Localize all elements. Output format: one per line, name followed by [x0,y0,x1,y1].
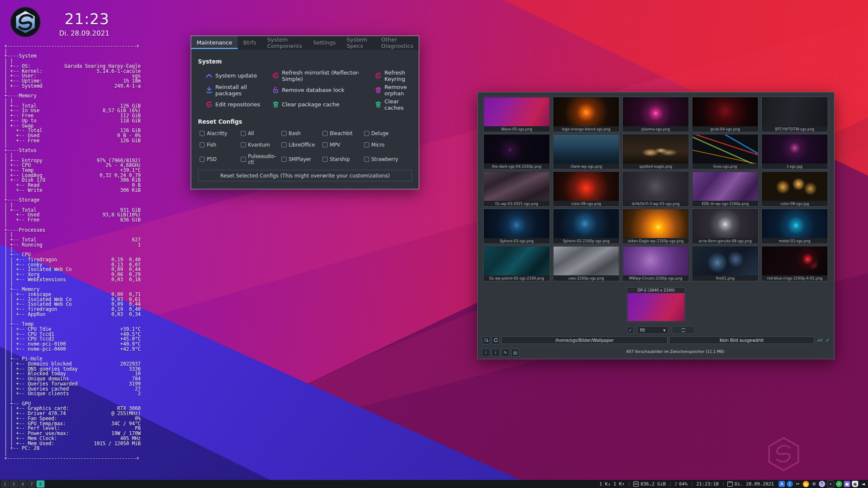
refresh-button[interactable] [492,336,500,344]
tab-system-components[interactable]: System Components [262,36,307,49]
config-checkbox-mpv[interactable]: MPV [323,142,364,148]
apply-all-check-icon[interactable]: ✓✓ [816,337,823,343]
config-checkbox-kvantum[interactable]: Kvantum [241,142,281,148]
config-checkbox-starship[interactable]: Starship [323,153,364,165]
config-checkbox-smplayer[interactable]: SMPlayer [281,153,323,165]
volume-speaker-icon[interactable]: ◄ [860,481,866,487]
info-alt-button[interactable]: i [492,349,500,357]
tab-other-diagnostics[interactable]: Other Diagnostics [376,36,419,49]
settings-gear-icon[interactable]: ⚙ [811,481,817,487]
date-indicator[interactable]: Di. 28.09.2021 [727,481,774,487]
wallpaper-thumbnail-gl-wp-petrol-02-sgs-2160-png[interactable]: GL-wp-petrol-02-sgs-2160.png [483,246,550,281]
wallpaper-thumbnail-color-09-sgs-png[interactable]: color-09-sgs.png [553,171,620,207]
wallpaper-thumbnail-wave-05-sgs-png[interactable]: Wave-05-sgs.png [483,97,550,132]
wallpaper-thumbnail-drakonyi-3-wp-03-sgs-png[interactable]: drAkOnYi-3-wp-03-sgs.png [622,171,689,207]
wallpaper-thumbnail-mwwp-circels-2160p-sgs-png[interactable]: MWwp-Circels-2160p-sgs.png [622,246,689,281]
config-checkbox-deluge[interactable]: Deluge [364,130,419,136]
apply-checkbox[interactable]: ✓ [627,327,634,333]
wallpaper-thumbnail-fire01-png[interactable]: fire01.png [692,246,759,281]
wallpaper-thumbnail-kde-dr-wp-sgs-2160p-png[interactable]: KDE-dr-wp-sgs-2160p.png [692,171,759,207]
file-button[interactable]: ▤ [511,349,519,357]
wallpaper-thumbnail-logo-orange-blend-sgs-png[interactable]: logo-orange-blend-sgs.png [553,97,620,132]
wallpaper-thumbnail-i3wm-wp-sgs-png[interactable]: i3wm-wp-sgs.png [553,134,620,169]
workspace-8[interactable]: 8 [36,480,45,488]
check-icon[interactable]: ✓ [836,481,842,487]
wallpaper-thumbnail-gl-wp-03-2021-sgs-png[interactable]: GL-wp-03-2021-sgs.png [483,171,550,207]
bluetooth-icon[interactable]: ᛒ [787,481,793,487]
network-indicator[interactable]: 1 K↓ 1 K↑ [599,481,625,487]
workspace-7[interactable]: 7 [28,480,36,488]
firedragon-flame-icon[interactable] [803,481,809,487]
wallpaper-thumbnail-uwe-2160p-sgs-png[interactable]: uwe-2160p-sgs.png [553,246,620,281]
remove-database-lock-button[interactable]: Remove database lock [272,85,375,95]
volume-indicator[interactable]: ♪ 64% [675,481,688,487]
checkbox-icon [200,142,205,147]
lock-icon[interactable]: • [827,480,834,488]
disk-indicator[interactable]: 836,2 GiB [633,481,666,487]
tab-settings[interactable]: Settings [308,36,341,49]
config-checkbox-bash[interactable]: Bash [281,130,323,136]
config-checkbox-fish[interactable]: Fish [200,142,241,148]
reinstall-all-packages-button[interactable]: Reinstall all packages [206,85,272,95]
screenshot-scissors-icon[interactable]: ✂ [795,481,801,487]
wallpaper-thumbnail-sphere-02-2160p-sgs-png[interactable]: Sphere-02-2160p-sgs.png [553,208,620,244]
clock-indicator[interactable]: 21:23:18 [696,481,719,487]
wallpaper-thumbnail-sphere-03-sgs-png[interactable]: Sphere-03-sgs.png [483,208,550,244]
sort-button[interactable] [482,336,490,344]
wallpaper-thumbnail-plasma-sgs-png[interactable]: plasma-sgs.png [622,97,689,132]
remove-orphan-button[interactable]: Remove orphan [375,85,419,95]
refresh-mirrorlist-reflector-simple-button[interactable]: Refresh mirrorlist (Reflector-Simple) [272,70,375,81]
updates-arrow-icon[interactable]: ↑ [819,481,825,487]
shield-icon[interactable]: ◉ [852,481,858,487]
selection-input[interactable]: Kein Bild ausgewählt [669,336,814,344]
tab-btrfs[interactable]: Btrfs [238,36,262,49]
action-label: Clear package cache [282,101,339,108]
clear-package-cache-button[interactable]: Clear package cache [272,99,375,110]
wallpaper-thumbnail-lines-sgs-png[interactable]: lines-sgs.png [692,134,759,169]
edit-button[interactable]: ✎ [501,349,509,357]
config-checkbox-psd[interactable]: PSD [200,153,241,165]
workspace-4[interactable]: 4 [19,480,27,488]
checkbox-icon [364,131,369,136]
workspace-2[interactable]: 2 [10,480,18,488]
config-checkbox-pulseaudio-ctl[interactable]: Pulseaudio-ctl [241,153,281,165]
fill-mode-select[interactable]: fill ▾ [637,326,668,334]
wallpaper-thumbnail-btcywtsitw-sgs-png[interactable]: BTCYWTSITW-sgs.png [761,97,828,132]
config-checkbox-bleachbit[interactable]: Bleachbit [323,130,364,136]
apply-check-icon[interactable]: ✓ [824,337,831,343]
refresh-keyring-button[interactable]: Refresh Keyring [375,70,419,81]
tab-system-specs[interactable]: System Specs [341,36,376,49]
config-checkbox-alacritty[interactable]: Alacritty [200,130,241,136]
reset-selected-configs-button[interactable]: Reset Selected Configs (This might overw… [198,170,412,181]
thumbnail-image [693,135,758,164]
wallpaper-thumbnail-color-08-sgs-jpg[interactable]: color-08-sgs.jpg [761,171,828,207]
edit-repositories-button[interactable]: Edit repositories [206,99,272,110]
path-input[interactable]: /home/sgs/Bilder/Wallpaper [501,336,668,344]
workspace-1[interactable]: 1 [1,480,9,488]
action-label: Remove database lock [282,87,345,93]
wallpaper-thumbnail-the-dark-sgs-04-2160p-png[interactable]: the-dark-sgs-04-2160p.png [483,134,550,169]
clear-caches-button[interactable]: Clear caches [375,99,419,110]
tab-maintenance[interactable]: Maintenance [191,36,238,49]
config-label: Strawberry [371,156,398,162]
wallpaper-thumbnail-spotted-eagle-png[interactable]: spotted-eagle.png [622,134,689,169]
thumbnail-image [623,97,688,126]
config-checkbox-micro[interactable]: Micro [364,142,419,148]
action-label: Reinstall all packages [215,84,272,97]
wallpaper-thumbnail-metal-02-sgs-png[interactable]: metal-02-sgs.png [761,208,828,244]
thumbnail-image [484,135,549,164]
wallpaper-thumbnail-ar-tx-8xrn-garuda-08-sgs-png[interactable]: ar-tx-8xrn-garuda-08-sgs.png [692,208,759,244]
info-button[interactable]: i [482,349,490,357]
config-checkbox-all[interactable]: All [241,130,281,136]
wallpaper-thumbnail-red-blue-rings-2160p-4-01-png[interactable]: red-blue-rings-2160p-4-01.png [761,246,828,281]
system-update-button[interactable]: System update [206,70,272,81]
wallpaper-thumbnail-grub-04-sgs-png[interactable]: grub-04-sgs.png [692,97,759,132]
sync-button[interactable] [672,326,695,334]
conky-line: +---------------------------------------… [4,44,141,49]
wallpaper-thumbnail-t-sgs-jpg[interactable]: t-sgs.jpg [761,134,828,169]
config-checkbox-strawberry[interactable]: Strawberry [364,153,419,165]
wallpaper-thumbnail-olden-eagle-wp-2160p-sgs-png[interactable]: olden-Eagle-wp-2160p-sgs.png [622,208,689,244]
clipboard-icon[interactable]: ▣ [844,481,850,487]
albert-icon[interactable]: A [779,481,785,487]
config-checkbox-libreoffice[interactable]: LibreOffice [281,142,323,148]
